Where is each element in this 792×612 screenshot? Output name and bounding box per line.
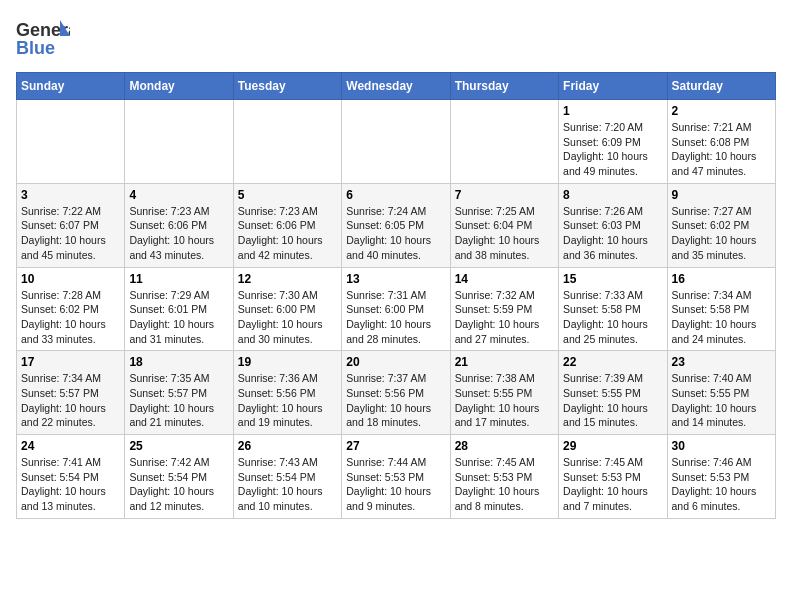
svg-text:Blue: Blue xyxy=(16,38,55,58)
day-number: 9 xyxy=(672,188,771,202)
day-info: Sunrise: 7:37 AM Sunset: 5:56 PM Dayligh… xyxy=(346,371,445,430)
calendar-day-header: Wednesday xyxy=(342,73,450,100)
calendar-week-row: 3Sunrise: 7:22 AM Sunset: 6:07 PM Daylig… xyxy=(17,183,776,267)
calendar-cell: 9Sunrise: 7:27 AM Sunset: 6:02 PM Daylig… xyxy=(667,183,775,267)
day-number: 1 xyxy=(563,104,662,118)
calendar-cell: 5Sunrise: 7:23 AM Sunset: 6:06 PM Daylig… xyxy=(233,183,341,267)
calendar-cell xyxy=(125,100,233,184)
day-info: Sunrise: 7:27 AM Sunset: 6:02 PM Dayligh… xyxy=(672,204,771,263)
calendar-cell xyxy=(17,100,125,184)
day-info: Sunrise: 7:39 AM Sunset: 5:55 PM Dayligh… xyxy=(563,371,662,430)
day-number: 7 xyxy=(455,188,554,202)
calendar-cell: 11Sunrise: 7:29 AM Sunset: 6:01 PM Dayli… xyxy=(125,267,233,351)
calendar-header-row: SundayMondayTuesdayWednesdayThursdayFrid… xyxy=(17,73,776,100)
day-info: Sunrise: 7:45 AM Sunset: 5:53 PM Dayligh… xyxy=(455,455,554,514)
day-info: Sunrise: 7:40 AM Sunset: 5:55 PM Dayligh… xyxy=(672,371,771,430)
day-info: Sunrise: 7:23 AM Sunset: 6:06 PM Dayligh… xyxy=(238,204,337,263)
day-number: 27 xyxy=(346,439,445,453)
calendar-day-header: Saturday xyxy=(667,73,775,100)
calendar-cell: 26Sunrise: 7:43 AM Sunset: 5:54 PM Dayli… xyxy=(233,435,341,519)
calendar-cell: 1Sunrise: 7:20 AM Sunset: 6:09 PM Daylig… xyxy=(559,100,667,184)
calendar-cell: 7Sunrise: 7:25 AM Sunset: 6:04 PM Daylig… xyxy=(450,183,558,267)
calendar-cell: 4Sunrise: 7:23 AM Sunset: 6:06 PM Daylig… xyxy=(125,183,233,267)
calendar-cell: 28Sunrise: 7:45 AM Sunset: 5:53 PM Dayli… xyxy=(450,435,558,519)
day-info: Sunrise: 7:23 AM Sunset: 6:06 PM Dayligh… xyxy=(129,204,228,263)
calendar-day-header: Tuesday xyxy=(233,73,341,100)
day-info: Sunrise: 7:29 AM Sunset: 6:01 PM Dayligh… xyxy=(129,288,228,347)
day-number: 14 xyxy=(455,272,554,286)
calendar-cell: 6Sunrise: 7:24 AM Sunset: 6:05 PM Daylig… xyxy=(342,183,450,267)
calendar-day-header: Sunday xyxy=(17,73,125,100)
day-number: 16 xyxy=(672,272,771,286)
day-number: 23 xyxy=(672,355,771,369)
day-number: 3 xyxy=(21,188,120,202)
day-info: Sunrise: 7:46 AM Sunset: 5:53 PM Dayligh… xyxy=(672,455,771,514)
day-info: Sunrise: 7:24 AM Sunset: 6:05 PM Dayligh… xyxy=(346,204,445,263)
calendar-cell: 29Sunrise: 7:45 AM Sunset: 5:53 PM Dayli… xyxy=(559,435,667,519)
day-number: 29 xyxy=(563,439,662,453)
day-number: 21 xyxy=(455,355,554,369)
day-number: 18 xyxy=(129,355,228,369)
calendar-day-header: Monday xyxy=(125,73,233,100)
calendar-cell: 30Sunrise: 7:46 AM Sunset: 5:53 PM Dayli… xyxy=(667,435,775,519)
day-info: Sunrise: 7:34 AM Sunset: 5:57 PM Dayligh… xyxy=(21,371,120,430)
day-number: 28 xyxy=(455,439,554,453)
day-number: 25 xyxy=(129,439,228,453)
day-info: Sunrise: 7:38 AM Sunset: 5:55 PM Dayligh… xyxy=(455,371,554,430)
day-info: Sunrise: 7:43 AM Sunset: 5:54 PM Dayligh… xyxy=(238,455,337,514)
calendar-cell: 2Sunrise: 7:21 AM Sunset: 6:08 PM Daylig… xyxy=(667,100,775,184)
logo-icon: General Blue xyxy=(16,16,70,60)
calendar-cell: 23Sunrise: 7:40 AM Sunset: 5:55 PM Dayli… xyxy=(667,351,775,435)
calendar-cell: 20Sunrise: 7:37 AM Sunset: 5:56 PM Dayli… xyxy=(342,351,450,435)
day-info: Sunrise: 7:45 AM Sunset: 5:53 PM Dayligh… xyxy=(563,455,662,514)
calendar-cell: 24Sunrise: 7:41 AM Sunset: 5:54 PM Dayli… xyxy=(17,435,125,519)
calendar-cell: 12Sunrise: 7:30 AM Sunset: 6:00 PM Dayli… xyxy=(233,267,341,351)
page-header: General Blue xyxy=(16,16,776,60)
day-info: Sunrise: 7:42 AM Sunset: 5:54 PM Dayligh… xyxy=(129,455,228,514)
calendar-week-row: 24Sunrise: 7:41 AM Sunset: 5:54 PM Dayli… xyxy=(17,435,776,519)
day-number: 17 xyxy=(21,355,120,369)
day-number: 30 xyxy=(672,439,771,453)
logo: General Blue xyxy=(16,16,70,60)
calendar-cell: 22Sunrise: 7:39 AM Sunset: 5:55 PM Dayli… xyxy=(559,351,667,435)
calendar-cell: 21Sunrise: 7:38 AM Sunset: 5:55 PM Dayli… xyxy=(450,351,558,435)
calendar-week-row: 10Sunrise: 7:28 AM Sunset: 6:02 PM Dayli… xyxy=(17,267,776,351)
day-info: Sunrise: 7:31 AM Sunset: 6:00 PM Dayligh… xyxy=(346,288,445,347)
day-number: 22 xyxy=(563,355,662,369)
day-info: Sunrise: 7:21 AM Sunset: 6:08 PM Dayligh… xyxy=(672,120,771,179)
calendar-cell: 10Sunrise: 7:28 AM Sunset: 6:02 PM Dayli… xyxy=(17,267,125,351)
day-number: 24 xyxy=(21,439,120,453)
day-info: Sunrise: 7:25 AM Sunset: 6:04 PM Dayligh… xyxy=(455,204,554,263)
calendar-cell: 18Sunrise: 7:35 AM Sunset: 5:57 PM Dayli… xyxy=(125,351,233,435)
calendar-day-header: Friday xyxy=(559,73,667,100)
calendar-cell: 16Sunrise: 7:34 AM Sunset: 5:58 PM Dayli… xyxy=(667,267,775,351)
day-number: 11 xyxy=(129,272,228,286)
day-info: Sunrise: 7:28 AM Sunset: 6:02 PM Dayligh… xyxy=(21,288,120,347)
day-info: Sunrise: 7:36 AM Sunset: 5:56 PM Dayligh… xyxy=(238,371,337,430)
day-info: Sunrise: 7:30 AM Sunset: 6:00 PM Dayligh… xyxy=(238,288,337,347)
calendar-cell: 13Sunrise: 7:31 AM Sunset: 6:00 PM Dayli… xyxy=(342,267,450,351)
calendar-cell: 8Sunrise: 7:26 AM Sunset: 6:03 PM Daylig… xyxy=(559,183,667,267)
calendar-cell xyxy=(342,100,450,184)
calendar-cell: 27Sunrise: 7:44 AM Sunset: 5:53 PM Dayli… xyxy=(342,435,450,519)
day-number: 20 xyxy=(346,355,445,369)
day-number: 4 xyxy=(129,188,228,202)
calendar-cell: 25Sunrise: 7:42 AM Sunset: 5:54 PM Dayli… xyxy=(125,435,233,519)
day-number: 2 xyxy=(672,104,771,118)
day-number: 13 xyxy=(346,272,445,286)
calendar-cell xyxy=(450,100,558,184)
day-number: 26 xyxy=(238,439,337,453)
day-info: Sunrise: 7:35 AM Sunset: 5:57 PM Dayligh… xyxy=(129,371,228,430)
calendar-cell: 3Sunrise: 7:22 AM Sunset: 6:07 PM Daylig… xyxy=(17,183,125,267)
day-info: Sunrise: 7:26 AM Sunset: 6:03 PM Dayligh… xyxy=(563,204,662,263)
calendar-week-row: 1Sunrise: 7:20 AM Sunset: 6:09 PM Daylig… xyxy=(17,100,776,184)
day-number: 10 xyxy=(21,272,120,286)
day-info: Sunrise: 7:34 AM Sunset: 5:58 PM Dayligh… xyxy=(672,288,771,347)
calendar-cell: 17Sunrise: 7:34 AM Sunset: 5:57 PM Dayli… xyxy=(17,351,125,435)
calendar-cell: 15Sunrise: 7:33 AM Sunset: 5:58 PM Dayli… xyxy=(559,267,667,351)
day-info: Sunrise: 7:44 AM Sunset: 5:53 PM Dayligh… xyxy=(346,455,445,514)
calendar-cell: 14Sunrise: 7:32 AM Sunset: 5:59 PM Dayli… xyxy=(450,267,558,351)
day-info: Sunrise: 7:22 AM Sunset: 6:07 PM Dayligh… xyxy=(21,204,120,263)
day-info: Sunrise: 7:20 AM Sunset: 6:09 PM Dayligh… xyxy=(563,120,662,179)
day-info: Sunrise: 7:32 AM Sunset: 5:59 PM Dayligh… xyxy=(455,288,554,347)
